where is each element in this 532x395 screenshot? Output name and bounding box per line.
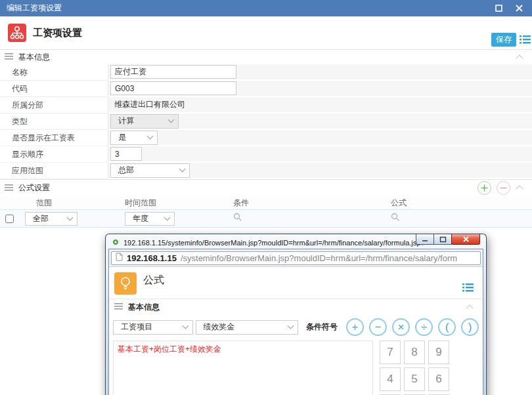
time-range-select[interactable]: 年度 [125, 212, 175, 226]
collapse-icon[interactable] [516, 185, 523, 192]
section-title: 公式设置 [18, 182, 50, 194]
form-row-scope: 应用范围 总部 [0, 163, 532, 179]
chevron-down-icon [179, 166, 186, 173]
save-button[interactable]: 保存 [491, 33, 516, 47]
remove-row-button[interactable] [497, 181, 510, 195]
form-row-code: 代码 [0, 81, 532, 97]
chevron-down-icon [147, 133, 154, 140]
bonus-value: 绩效奖金 [204, 322, 235, 333]
field-label: 应用范围 [0, 163, 108, 179]
menu-list-icon[interactable] [520, 35, 531, 47]
col-formula: 公式 [376, 198, 532, 209]
formula-popup-window: 192.168.1.15/systeminfo/BrowserMain.jsp?… [105, 234, 487, 395]
popup-frame: 192.168.1.15/systeminfo/BrowserMain.jsp?… [108, 249, 483, 395]
name-input[interactable] [110, 65, 236, 79]
menu-list-icon[interactable] [462, 283, 474, 295]
field-label: 显示顺序 [0, 146, 108, 163]
collapse-icon[interactable] [516, 54, 523, 62]
address-field[interactable]: 192.168.1.15/systeminfo/BrowserMain.jsp?… [111, 251, 481, 265]
field-label: 所属分部 [0, 97, 108, 114]
basic-info-form: 名称 代码 所属分部 维森进出口有限公司 类型 计算 是否显示在工资表 是 [0, 64, 532, 179]
org-chart-icon [8, 24, 26, 42]
keypad-key[interactable]: 4 [380, 367, 401, 391]
department-value: 维森进出口有限公司 [114, 99, 185, 110]
page-header: 工资项设置 保存 [0, 16, 532, 49]
keypad-key[interactable]: 7 [380, 341, 401, 364]
condition-search-icon[interactable] [233, 213, 242, 224]
col-scope: 范围 [21, 198, 110, 209]
field-label: 名称 [0, 64, 108, 81]
scope-value: 全部 [33, 213, 49, 224]
add-row-button[interactable] [477, 181, 491, 195]
green-gear-icon [111, 238, 120, 248]
section-bars-icon [5, 184, 13, 193]
condition-symbols-label: 条件符号 [306, 322, 338, 333]
formula-table-header: 范围 时间范围 条件 公式 [0, 196, 532, 210]
plus-button[interactable]: + [346, 318, 364, 336]
close-paren-button[interactable]: ) [461, 318, 479, 336]
maximize-icon[interactable] [495, 5, 502, 12]
salary-item-value: 工资项目 [121, 322, 152, 333]
row-checkbox[interactable] [5, 215, 14, 223]
form-row-type: 类型 计算 [0, 114, 532, 130]
show-in-table-select[interactable]: 是 [110, 131, 158, 145]
restore-icon[interactable] [433, 234, 452, 245]
address-bar: 192.168.1.15/systeminfo/BrowserMain.jsp?… [109, 249, 483, 267]
type-value: 计算 [118, 115, 134, 127]
col-time-range: 时间范围 [110, 198, 218, 209]
section-formula: 公式设置 [0, 179, 532, 196]
keypad-key[interactable]: 5 [404, 367, 425, 391]
close-icon[interactable] [451, 234, 480, 245]
open-paren-button[interactable]: ( [438, 318, 456, 336]
form-row-display-order: 显示顺序 [0, 146, 532, 163]
page-doc-icon [116, 253, 123, 263]
keypad-key[interactable]: 8 [404, 341, 425, 364]
scope-select[interactable]: 全部 [25, 212, 78, 226]
url-path: /systeminfo/BrowserMain.jsp?mouldID=hrm&… [181, 253, 457, 263]
formula-controls: 工资项目 绩效奖金 条件符号 + − × ÷ ( ) [109, 315, 483, 339]
edit-salary-item-window: 编辑工资项设置 工资项设置 保存 基本信息 [0, 0, 532, 395]
popup-window-controls [416, 234, 480, 245]
close-icon[interactable] [516, 5, 523, 12]
window-titlebar: 编辑工资项设置 [0, 0, 532, 16]
formula-table-row: 全部 年度 [0, 210, 532, 228]
chevron-down-icon [164, 214, 171, 220]
minimize-icon[interactable] [416, 234, 434, 245]
chevron-down-icon [182, 323, 188, 329]
formula-search-icon[interactable] [391, 213, 400, 224]
multiply-button[interactable]: × [392, 318, 410, 336]
page-title: 工资项设置 [33, 27, 82, 39]
field-label: 是否显示在工资表 [0, 130, 108, 146]
section-basic-info: 基本信息 [0, 49, 532, 64]
salary-item-select[interactable]: 工资项目 [113, 320, 193, 335]
apply-scope-value: 总部 [118, 165, 134, 176]
popup-page-header: 公式 [109, 267, 483, 299]
bonus-select[interactable]: 绩效奖金 [196, 320, 298, 335]
minus-button[interactable]: − [369, 318, 387, 336]
form-row-show-in-table: 是否显示在工资表 是 [0, 130, 532, 146]
show-in-table-value: 是 [118, 132, 126, 143]
formula-editor: 基本工资+岗位工资+绩效奖金 7 8 9 4 5 6 1 2 3 [109, 339, 483, 395]
col-condition: 条件 [218, 198, 376, 209]
popup-page-title: 公式 [143, 274, 164, 295]
form-row-name: 名称 [0, 64, 532, 81]
chevron-down-icon [288, 323, 294, 329]
formula-expression-area[interactable]: 基本工资+岗位工资+绩效奖金 [113, 341, 373, 395]
apply-scope-select[interactable]: 总部 [110, 163, 190, 178]
keypad-key[interactable]: 9 [428, 341, 449, 364]
section-title: 基本信息 [18, 52, 50, 63]
popup-window-title: 192.168.1.15/systeminfo/BrowserMain.jsp?… [123, 239, 423, 247]
chevron-down-icon [168, 117, 175, 123]
display-order-input[interactable] [110, 147, 142, 161]
collapse-icon[interactable] [466, 304, 473, 312]
time-range-value: 年度 [133, 213, 148, 224]
numeric-keypad: 7 8 9 4 5 6 1 2 3 [380, 341, 449, 395]
keypad-key[interactable]: 6 [428, 367, 449, 391]
form-row-department: 所属分部 维森进出口有限公司 [0, 97, 532, 114]
code-input[interactable] [110, 81, 236, 95]
section-title: 基本信息 [128, 302, 160, 313]
type-select: 计算 [110, 114, 179, 129]
divide-button[interactable]: ÷ [415, 318, 433, 336]
popup-section-basic-info: 基本信息 [109, 299, 483, 315]
chevron-down-icon [67, 214, 74, 220]
